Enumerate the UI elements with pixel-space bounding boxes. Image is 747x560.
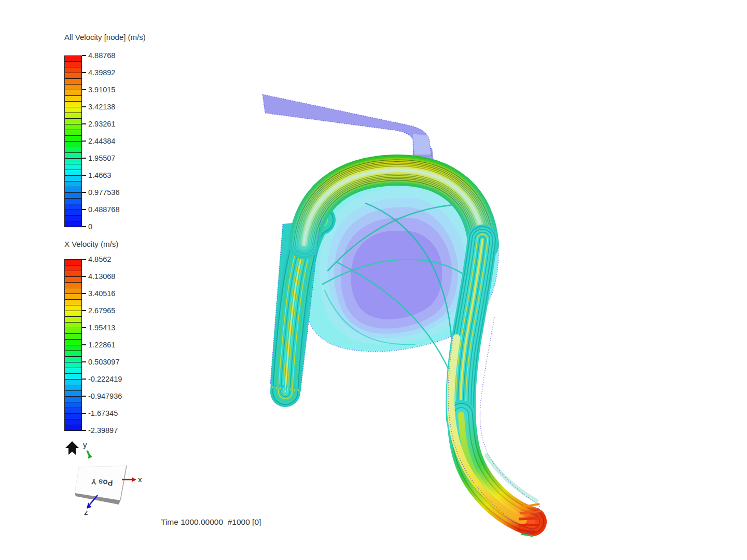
time-readout: Time 1000.00000 #1000 [0] bbox=[161, 517, 261, 527]
pos-y-plane: Pos Y bbox=[75, 466, 127, 505]
legend-tickmark bbox=[82, 430, 86, 431]
legend-tick-label: 2.93261 bbox=[88, 120, 115, 128]
legend-tickmark bbox=[82, 327, 86, 328]
legend-tick-label: 3.42138 bbox=[88, 103, 115, 111]
legend-tickmark bbox=[82, 310, 86, 311]
axis-y-arrow bbox=[87, 451, 92, 459]
legend-tickmark bbox=[82, 379, 86, 380]
legend-tickmark bbox=[82, 344, 86, 345]
legend-tickmark bbox=[82, 413, 86, 414]
legend-tickmark bbox=[82, 72, 86, 73]
legend-tick-label: 0 bbox=[88, 222, 92, 231]
legend-tick-label: 1.95413 bbox=[88, 324, 115, 332]
legend-tick-label: 1.22861 bbox=[88, 341, 115, 349]
legend-title: All Velocity [node] (m/s) bbox=[64, 33, 210, 41]
right-tube-streamlines bbox=[461, 240, 482, 419]
legend-tickmark bbox=[82, 226, 86, 227]
home-arrow-icon[interactable] bbox=[65, 441, 79, 455]
colorbar bbox=[64, 259, 82, 431]
orientation-triad[interactable]: y Pos Y x z bbox=[61, 438, 155, 529]
legend-tick-label: 4.39892 bbox=[88, 68, 115, 77]
legend-tickmark bbox=[82, 141, 86, 142]
legend-tick-label: 4.13068 bbox=[88, 272, 115, 281]
legend-tick-label: 1.95507 bbox=[88, 154, 115, 162]
legend-title: X Velocity (m/s) bbox=[64, 240, 210, 248]
legend-tick-label: 4.88768 bbox=[88, 51, 115, 60]
legend-tickmark bbox=[82, 123, 86, 124]
plane-label: Pos Y bbox=[91, 478, 113, 488]
inlet-flow-marker bbox=[392, 115, 396, 119]
cfd-postprocessor-window: All Velocity [node] (m/s) 4.887684.39892… bbox=[0, 0, 747, 560]
legend-tick-label: 1.4663 bbox=[88, 171, 111, 179]
legend-all-velocity: All Velocity [node] (m/s) 4.887684.39892… bbox=[64, 33, 210, 250]
axis-z-label: z bbox=[84, 508, 88, 516]
colorbar-segment bbox=[64, 425, 82, 431]
legend-tick-label: 4.8562 bbox=[88, 255, 111, 263]
axis-x-label: x bbox=[138, 475, 142, 484]
inlet-tube bbox=[262, 94, 434, 162]
legend-tick-label: 3.40516 bbox=[88, 289, 115, 298]
legend-tickmark bbox=[82, 276, 86, 277]
colorbar-segment bbox=[64, 221, 82, 227]
legend-tickmark bbox=[82, 396, 86, 397]
legend-x-velocity: X Velocity (m/s) 4.85624.130683.405162.6… bbox=[64, 240, 210, 457]
axis-y-label: y bbox=[83, 440, 87, 449]
legend-tick-label: 0.977536 bbox=[88, 188, 119, 197]
contour-core bbox=[351, 231, 442, 319]
legend-tickmark bbox=[82, 209, 86, 210]
legend-tick-label: 0.503097 bbox=[88, 358, 119, 366]
legend-tickmark bbox=[82, 175, 86, 176]
legend-tickmark bbox=[82, 106, 86, 107]
legend-tickmark bbox=[82, 192, 86, 193]
legend-tickmark bbox=[82, 89, 86, 90]
legend-tick-label: 3.91015 bbox=[88, 86, 115, 94]
legend-tick-label: -1.67345 bbox=[88, 409, 118, 417]
legend-tick-label: -2.39897 bbox=[88, 426, 118, 435]
legend-tick-label: 2.67965 bbox=[88, 306, 115, 315]
legend-tick-label: -0.947936 bbox=[88, 392, 122, 400]
legend-tick-label: 2.44384 bbox=[88, 137, 115, 145]
legend-tickmark bbox=[82, 293, 86, 294]
legend-tick-label: 0.488768 bbox=[88, 205, 119, 214]
legend-tickmark bbox=[82, 55, 86, 56]
colorbar bbox=[64, 55, 82, 227]
legend-tick-label: -0.222419 bbox=[88, 375, 122, 383]
legend-tickmark bbox=[82, 361, 86, 362]
legend-tickmark bbox=[82, 259, 86, 260]
legend-tickmark bbox=[82, 158, 86, 159]
